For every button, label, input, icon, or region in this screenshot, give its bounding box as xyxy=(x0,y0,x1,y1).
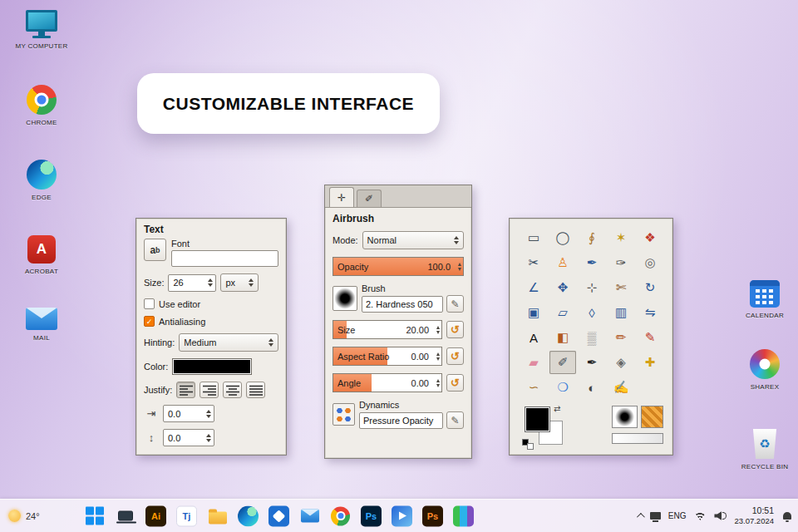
tool-airbrush[interactable]: ✐ xyxy=(549,351,576,374)
brush-name-input[interactable] xyxy=(362,296,443,313)
taskbar-mail[interactable] xyxy=(298,505,321,527)
tool-foreground-select[interactable]: ♙ xyxy=(549,251,576,274)
indent-arrows[interactable] xyxy=(206,410,211,418)
tool-eraser[interactable]: ▰ xyxy=(520,351,547,374)
desktop-icon-sharex[interactable]: SHAREX xyxy=(733,349,796,391)
tool-ellipse-select[interactable]: ◯ xyxy=(549,226,576,249)
edit-dynamics-button[interactable]: ✎ xyxy=(446,411,464,429)
brush-preview-button[interactable] xyxy=(332,286,357,311)
taskbar-photoshop[interactable]: Ps xyxy=(360,505,382,527)
font-picker-button[interactable]: ab xyxy=(144,239,166,261)
tool-clone[interactable]: ◈ xyxy=(608,351,634,374)
tool-flip[interactable]: ⇋ xyxy=(637,301,663,324)
tray-display-icon[interactable] xyxy=(650,512,661,520)
angle-arrows[interactable] xyxy=(436,379,440,387)
tool-pencil[interactable]: ✏ xyxy=(608,326,634,349)
tool-blur-sharpen[interactable]: ❍ xyxy=(549,376,576,399)
angle-slider[interactable]: Angle 0.00 xyxy=(332,373,442,392)
language-indicator[interactable]: ENG xyxy=(668,511,687,520)
tool-heal[interactable]: ✚ xyxy=(637,351,663,374)
tool-measure[interactable]: ∠ xyxy=(520,276,547,299)
foreground-color-swatch[interactable] xyxy=(525,407,549,431)
tool-fuzzy-select[interactable]: ✶ xyxy=(608,226,634,249)
volume-icon[interactable] xyxy=(714,511,727,520)
tool-scissors-select[interactable]: ✂ xyxy=(520,251,547,274)
line-spacing-input[interactable] xyxy=(168,433,204,443)
tool-mypaint-brush[interactable]: ✍ xyxy=(608,376,634,399)
tray-chevron-up-icon[interactable] xyxy=(637,513,645,521)
antialiasing-checkbox[interactable]: ✓ xyxy=(144,316,155,327)
active-gradient-preview[interactable] xyxy=(612,433,663,444)
size-input[interactable] xyxy=(173,278,205,288)
desktop-icon-chrome[interactable]: CHROME xyxy=(10,85,73,126)
size-spinner[interactable] xyxy=(168,274,216,292)
taskbar-illustrator[interactable]: Ai xyxy=(145,505,167,527)
line-spacing-arrows[interactable] xyxy=(206,434,211,442)
font-input[interactable] xyxy=(171,250,278,267)
edit-brush-button[interactable]: ✎ xyxy=(446,295,464,313)
notifications-bell-icon[interactable] xyxy=(783,512,791,520)
line-spacing-spinner[interactable] xyxy=(163,429,214,446)
desktop-icon-edge[interactable]: EDGE xyxy=(10,160,73,201)
active-pattern-preview[interactable] xyxy=(641,406,663,428)
tool-scale[interactable]: ▣ xyxy=(520,301,547,324)
taskbar-photoshop-express[interactable]: Ps xyxy=(421,505,444,527)
taskbar-file-explorer[interactable] xyxy=(206,505,229,527)
tool-zoom[interactable]: ◎ xyxy=(637,251,663,274)
tool-text[interactable]: A xyxy=(520,326,547,349)
use-editor-checkbox[interactable] xyxy=(144,298,155,309)
mode-select[interactable]: Normal xyxy=(362,231,464,249)
desktop-icon-recycle-bin[interactable]: ♻ RECYCLE BIN xyxy=(733,429,796,470)
taskbar-tourbox[interactable]: Tj xyxy=(175,505,198,527)
justify-center-button[interactable] xyxy=(223,382,242,398)
taskbar-device-app[interactable] xyxy=(114,505,136,527)
tool-color-picker[interactable]: ✑ xyxy=(608,251,634,274)
justify-left-button[interactable] xyxy=(176,382,195,398)
indent-spinner[interactable] xyxy=(163,405,214,422)
tool-shear[interactable]: ▱ xyxy=(549,301,576,324)
tool-bucket-fill[interactable]: ◧ xyxy=(549,326,576,349)
size-slider[interactable]: Size 20.00 xyxy=(332,320,442,339)
clock[interactable]: 10:51 23.07.2024 xyxy=(734,505,774,526)
tool-paths[interactable]: ✒ xyxy=(579,251,605,274)
desktop-icon-my-computer[interactable]: MY COMPUTER xyxy=(10,10,73,50)
taskbar-misc-app[interactable] xyxy=(452,505,475,527)
taskbar-edge[interactable] xyxy=(237,505,259,527)
tool-smudge[interactable]: ∽ xyxy=(520,376,547,399)
desktop-icon-calendar[interactable]: CALENDAR xyxy=(733,280,796,319)
tool-crop[interactable]: ✄ xyxy=(608,276,634,299)
desktop-icon-acrobat[interactable]: A ACROBAT xyxy=(10,235,73,275)
taskbar-photos[interactable] xyxy=(268,505,290,527)
dynamics-preview-button[interactable] xyxy=(332,403,355,426)
size-unit-select[interactable]: px xyxy=(220,273,259,292)
text-color-swatch[interactable] xyxy=(172,358,252,375)
tool-rotate[interactable]: ↻ xyxy=(637,276,663,299)
justify-right-button[interactable] xyxy=(200,382,219,398)
desktop-icon-mail[interactable]: MAIL xyxy=(10,308,73,342)
aspect-ratio-arrows[interactable] xyxy=(436,352,440,361)
hinting-select[interactable]: Medium xyxy=(179,333,278,352)
tool-free-select[interactable]: ∮ xyxy=(579,226,605,249)
tool-alignment[interactable]: ⊹ xyxy=(579,276,605,299)
dynamics-input[interactable] xyxy=(359,412,443,429)
default-colors-bg-icon[interactable] xyxy=(527,443,534,450)
taskbar-media-player[interactable] xyxy=(391,505,413,527)
tool-transform-3d[interactable]: ▥ xyxy=(608,301,634,324)
tool-dodge-burn[interactable]: ◐ xyxy=(579,376,605,399)
taskbar-chrome[interactable] xyxy=(329,505,352,527)
reset-angle-button[interactable]: ↺ xyxy=(446,374,464,392)
weather-widget[interactable]: 24° xyxy=(8,500,40,532)
tool-move[interactable]: ✥ xyxy=(549,276,576,299)
indent-input[interactable] xyxy=(168,409,204,419)
tool-paintbrush[interactable]: ✎ xyxy=(637,326,663,349)
tab-brushes[interactable]: ✐ xyxy=(357,190,382,207)
tool-gradient[interactable]: ▒ xyxy=(579,326,605,349)
tool-rectangle-select[interactable]: ▭ xyxy=(520,226,547,249)
tab-tool-options[interactable]: ✛ xyxy=(329,187,354,207)
wifi-icon[interactable] xyxy=(693,511,707,520)
tool-ink[interactable]: ✒ xyxy=(579,351,605,374)
size-slider-arrows[interactable] xyxy=(436,326,440,334)
aspect-ratio-slider[interactable]: Aspect Ratio 0.00 xyxy=(332,347,442,366)
opacity-slider[interactable]: Opacity 100.0 xyxy=(332,257,464,276)
reset-size-button[interactable]: ↺ xyxy=(446,321,464,338)
